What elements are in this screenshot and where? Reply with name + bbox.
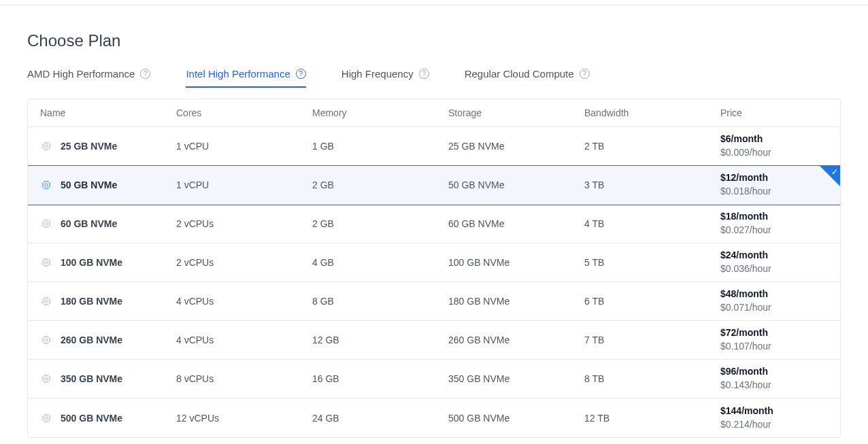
plan-name-cell: 500 GB NVMe (40, 412, 176, 424)
plan-price: $96/month$0.143/hour (720, 365, 828, 392)
plan-cores: 12 vCPUs (176, 413, 312, 424)
tab-label: AMD High Performance (27, 68, 135, 80)
price-per-hour: $0.071/hour (720, 301, 828, 315)
plan-storage: 500 GB NVMe (448, 413, 584, 424)
table-row[interactable]: 500 GB NVMe12 vCPUs24 GB500 GB NVMe12 TB… (28, 398, 840, 437)
plan-memory: 24 GB (312, 413, 448, 424)
column-header-bandwidth: Bandwidth (584, 107, 720, 118)
table-row[interactable]: 180 GB NVMe4 vCPUs8 GB180 GB NVMe6 TB$48… (28, 282, 840, 321)
table-row[interactable]: 50 GB NVMe1 vCPU2 GB50 GB NVMe3 TB$12/mo… (28, 166, 840, 205)
plan-storage: 60 GB NVMe (448, 218, 584, 229)
plan-name: 25 GB NVMe (61, 141, 117, 152)
plan-price: $72/month$0.107/hour (720, 326, 828, 353)
chip-icon (40, 334, 52, 346)
column-header-name: Name (40, 107, 176, 118)
plan-cores: 4 vCPUs (176, 296, 312, 307)
plan-cores: 1 vCPU (176, 180, 312, 190)
chip-icon (40, 256, 52, 269)
plan-name: 180 GB NVMe (61, 296, 122, 307)
price-per-month: $72/month (720, 326, 828, 340)
plan-name: 100 GB NVMe (61, 257, 122, 268)
plan-bandwidth: 5 TB (584, 257, 720, 268)
plan-memory: 1 GB (312, 141, 448, 152)
price-per-month: $6/month (720, 133, 828, 146)
plans-table: Name Cores Memory Storage Bandwidth Pric… (27, 99, 841, 438)
plan-storage: 350 GB NVMe (448, 373, 584, 384)
chip-icon (40, 218, 52, 230)
price-per-hour: $0.018/hour (720, 185, 828, 199)
price-per-month: $48/month (720, 288, 828, 301)
help-icon[interactable]: ? (296, 69, 306, 79)
plan-storage: 180 GB NVMe (448, 296, 584, 307)
top-border (0, 0, 868, 5)
tab-label: Regular Cloud Compute (465, 68, 574, 80)
chip-icon (40, 412, 52, 424)
plan-name: 350 GB NVMe (61, 373, 122, 384)
plan-price: $6/month$0.009/hour (720, 133, 828, 159)
plan-storage: 100 GB NVMe (448, 257, 584, 268)
plan-bandwidth: 8 TB (584, 373, 720, 384)
price-per-hour: $0.214/hour (720, 418, 828, 432)
plan-cores: 2 vCPUs (176, 257, 312, 268)
chip-icon (40, 140, 52, 152)
plan-bandwidth: 2 TB (584, 141, 720, 152)
table-header: Name Cores Memory Storage Bandwidth Pric… (28, 99, 840, 127)
plan-price: $12/month$0.018/hour (720, 171, 828, 198)
plan-name-cell: 25 GB NVMe (40, 140, 176, 152)
plan-name-cell: 100 GB NVMe (40, 256, 176, 269)
help-icon[interactable]: ? (580, 69, 590, 79)
plan-price: $144/month$0.214/hour (720, 405, 828, 431)
column-header-cores: Cores (176, 107, 312, 118)
plan-cores: 2 vCPUs (176, 218, 312, 229)
plan-cores: 8 vCPUs (176, 373, 312, 384)
tab-label: Intel High Performance (186, 68, 290, 80)
plan-price: $24/month$0.036/hour (720, 249, 828, 275)
table-row[interactable]: 60 GB NVMe2 vCPUs2 GB60 GB NVMe4 TB$18/m… (28, 205, 840, 243)
table-row[interactable]: 100 GB NVMe2 vCPUs4 GB100 GB NVMe5 TB$24… (28, 243, 840, 282)
selected-check-icon: ✓ (820, 166, 840, 186)
plan-memory: 16 GB (312, 373, 448, 384)
plan-price: $48/month$0.071/hour (720, 288, 828, 314)
price-per-hour: $0.009/hour (720, 146, 828, 160)
plan-memory: 2 GB (312, 218, 448, 229)
page-title: Choose Plan (27, 31, 841, 50)
plan-memory: 8 GB (312, 296, 448, 307)
price-per-hour: $0.143/hour (720, 379, 828, 392)
help-icon[interactable]: ? (140, 69, 150, 79)
column-header-price: Price (720, 107, 828, 118)
plan-bandwidth: 3 TB (584, 180, 720, 190)
plan-name-cell: 350 GB NVMe (40, 373, 176, 385)
plan-bandwidth: 6 TB (584, 296, 720, 307)
plan-memory: 12 GB (312, 335, 448, 345)
table-row[interactable]: 260 GB NVMe4 vCPUs12 GB260 GB NVMe7 TB$7… (28, 321, 840, 360)
table-row[interactable]: 350 GB NVMe8 vCPUs16 GB350 GB NVMe8 TB$9… (28, 360, 840, 398)
plan-cores: 1 vCPU (176, 141, 312, 152)
column-header-storage: Storage (448, 107, 584, 118)
tab-amd-high-performance[interactable]: AMD High Performance ? (27, 68, 150, 88)
plan-storage: 260 GB NVMe (448, 335, 584, 345)
plan-name: 50 GB NVMe (61, 180, 117, 190)
plan-memory: 4 GB (312, 257, 448, 268)
price-per-hour: $0.027/hour (720, 224, 828, 237)
price-per-month: $24/month (720, 249, 828, 262)
plan-memory: 2 GB (312, 180, 448, 190)
price-per-hour: $0.107/hour (720, 340, 828, 354)
tab-high-frequency[interactable]: High Frequency ? (341, 68, 429, 88)
tab-label: High Frequency (341, 68, 414, 80)
column-header-memory: Memory (312, 107, 448, 118)
price-per-month: $144/month (720, 405, 828, 418)
plan-bandwidth: 7 TB (584, 335, 720, 345)
plan-name: 500 GB NVMe (61, 413, 122, 424)
tab-regular-cloud-compute[interactable]: Regular Cloud Compute ? (465, 68, 590, 88)
tab-intel-high-performance[interactable]: Intel High Performance ? (186, 68, 305, 88)
table-row[interactable]: 25 GB NVMe1 vCPU1 GB25 GB NVMe2 TB$6/mon… (28, 127, 840, 166)
price-per-month: $12/month (720, 171, 828, 185)
plan-name-cell: 180 GB NVMe (40, 295, 176, 307)
price-per-month: $18/month (720, 210, 828, 224)
plan-type-tabs: AMD High Performance ? Intel High Perfor… (27, 68, 841, 88)
plan-name-cell: 60 GB NVMe (40, 218, 176, 230)
plan-bandwidth: 4 TB (584, 218, 720, 229)
help-icon[interactable]: ? (419, 69, 429, 79)
plan-name-cell: 260 GB NVMe (40, 334, 176, 346)
plan-cores: 4 vCPUs (176, 335, 312, 345)
